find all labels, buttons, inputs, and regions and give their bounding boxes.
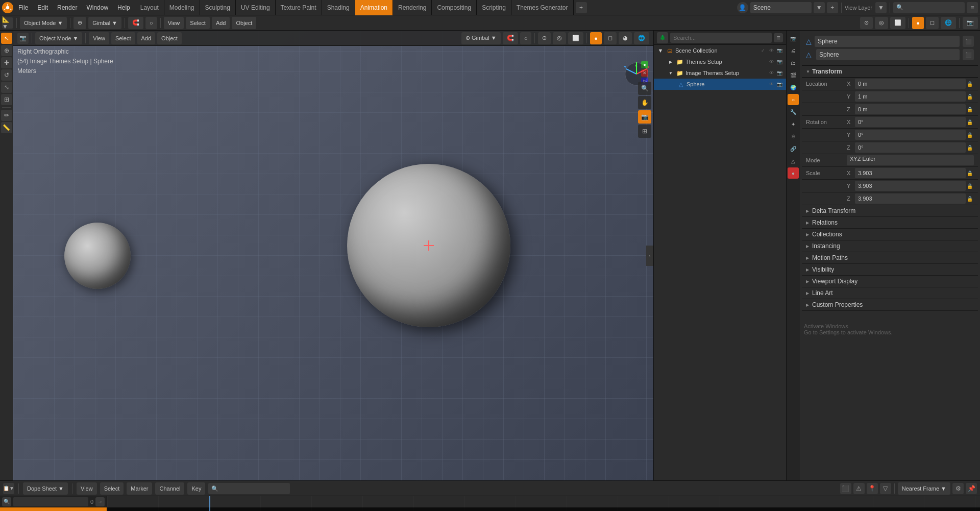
dope-search-icon[interactable]: 🔍 — [2, 497, 11, 506]
viewport-shade-solid[interactable]: ● — [912, 17, 924, 29]
hide-viewport-icon[interactable]: 👁 — [768, 47, 775, 54]
vp-wireframe-btn[interactable]: ◻ — [604, 32, 617, 44]
rotation-z-value[interactable]: 0° — [855, 142, 966, 153]
scene-collection-item[interactable]: ▼ 🗂 Scene Collection ✓ 👁 📷 — [654, 45, 786, 56]
dope-channel-btn[interactable]: Channel — [155, 482, 184, 495]
viewport-shade-rendered[interactable]: 🌐 — [941, 17, 956, 29]
dope-editor-type-btn[interactable]: 📋▼ — [3, 483, 14, 494]
global-orientation-btn[interactable]: ⊕ — [74, 17, 86, 29]
mesh-fake-user-btn[interactable]: ⬛ — [963, 49, 974, 60]
only-selected-btn[interactable]: ⬛ — [840, 483, 851, 494]
transform-pivot-btn[interactable]: Gimbal▼ — [88, 17, 121, 29]
rotation-y-lock[interactable]: 🔒 — [966, 131, 974, 139]
menu-render[interactable]: Render — [53, 2, 81, 14]
vp-proportional-btn[interactable]: ○ — [520, 32, 532, 44]
outliner-search[interactable] — [670, 33, 772, 43]
visibility-header[interactable]: ▶ Visibility — [802, 264, 978, 275]
pan-view-btn[interactable]: ✋ — [638, 96, 651, 109]
dope-settings-btn[interactable]: ⚙ — [952, 483, 964, 494]
scale-z-lock[interactable]: 🔒 — [966, 194, 974, 203]
show-markers-btn[interactable]: 📍 — [867, 483, 878, 494]
add-btn[interactable]: Add — [212, 17, 230, 29]
custom-props-header[interactable]: ▶ Custom Properties — [802, 299, 978, 310]
dope-select-btn[interactable]: Select — [100, 482, 124, 495]
sph-hide-icon[interactable]: 👁 — [768, 81, 775, 88]
line-art-header[interactable]: ▶ Line Art — [802, 287, 978, 299]
transform-section-header[interactable]: ▼ Transform — [802, 66, 978, 78]
location-y-lock[interactable]: 🔒 — [966, 92, 974, 101]
filter-btn[interactable]: ▽ — [880, 483, 891, 494]
scale-y-lock[interactable]: 🔒 — [966, 182, 974, 190]
data-props-btn[interactable]: △ — [788, 155, 799, 166]
zoom-in-btn[interactable]: 🔍 — [638, 82, 651, 95]
grid-view-btn[interactable]: ⊞ — [638, 125, 651, 138]
output-props-btn[interactable]: 🖨 — [788, 45, 799, 56]
vp-render-preview-btn[interactable]: 🌐 — [634, 32, 649, 44]
image-themes-setup-item[interactable]: ▼ 📁 Image Themes Setup 👁 📷 — [654, 67, 786, 79]
dope-marker-btn[interactable]: Marker — [127, 482, 152, 495]
workspace-layout[interactable]: Layout — [135, 0, 164, 15]
vp-xray-toggle[interactable]: ⬜ — [568, 32, 583, 44]
measure-tool[interactable]: 📏 — [1, 122, 12, 133]
rotation-z-lock[interactable]: 🔒 — [966, 143, 974, 152]
move-tool[interactable]: ✚ — [1, 57, 12, 68]
sph-render-icon[interactable]: 📷 — [776, 81, 783, 88]
scale-x-lock[interactable]: 🔒 — [966, 169, 974, 177]
workspace-shading[interactable]: Shading — [322, 0, 355, 15]
workspace-uv-editing[interactable]: UV Editing — [236, 0, 276, 15]
object-props-btn[interactable]: ○ — [788, 94, 799, 105]
scene-props-btn[interactable]: 🎬 — [788, 69, 799, 81]
view-layer-props-btn[interactable]: 🗂 — [788, 57, 799, 68]
gizmo-toggle[interactable]: ⊙ — [860, 17, 873, 29]
vp-overlay-toggle[interactable]: ◎ — [553, 32, 566, 44]
xray-toggle[interactable]: ⬜ — [890, 17, 905, 29]
cursor-tool[interactable]: ⊕ — [1, 45, 12, 56]
dope-view-btn[interactable]: View — [77, 482, 97, 495]
vp-orient-btn[interactable]: ⊕ Gimbal ▼ — [461, 32, 501, 44]
workspace-themes-generator[interactable]: Themes Generator — [511, 0, 574, 15]
object-mode-btn[interactable]: Object Mode ▼ — [20, 17, 67, 29]
world-props-btn[interactable]: 🌍 — [788, 82, 799, 93]
menu-help[interactable]: Help — [113, 2, 134, 14]
particles-props-btn[interactable]: ✦ — [788, 118, 799, 130]
render-props-btn[interactable]: 📷 — [788, 33, 799, 44]
n-panel-toggle[interactable]: ‹ — [646, 246, 653, 266]
scale-x-value[interactable]: 3.903 — [855, 168, 966, 178]
add-workspace-button[interactable]: + — [576, 2, 587, 13]
obj-fake-user-btn[interactable]: ⬛ — [963, 36, 974, 47]
workspace-scripting[interactable]: Scripting — [477, 0, 511, 15]
rotation-y-value[interactable]: 0° — [855, 130, 966, 140]
rotation-x-lock[interactable]: 🔒 — [966, 118, 974, 126]
render-region-btn[interactable]: 📷 — [963, 17, 978, 29]
user-prefs-icon[interactable]: 👤 — [737, 2, 748, 13]
filter-icon[interactable]: ≡ — [967, 2, 978, 13]
vp-select-btn[interactable]: Select — [111, 32, 135, 44]
overlay-toggle[interactable]: ◎ — [875, 17, 888, 29]
viewport-display-header[interactable]: ▶ Viewport Display — [802, 276, 978, 287]
menu-file[interactable]: File — [14, 2, 32, 14]
themes-setup-item[interactable]: ▶ 📁 Themes Setup 👁 📷 — [654, 56, 786, 67]
scale-z-value[interactable]: 3.903 — [855, 193, 966, 204]
vp-snap-btn[interactable]: 🧲 — [503, 32, 518, 44]
physics-props-btn[interactable]: ⚛ — [788, 131, 799, 142]
transform-tool[interactable]: ⊞ — [1, 94, 12, 105]
collections-header[interactable]: ▶ Collections — [802, 229, 978, 240]
object-btn[interactable]: Object — [232, 17, 256, 29]
blender-logo[interactable] — [2, 2, 13, 13]
viewport-shade-wireframe[interactable]: ◻ — [926, 17, 939, 29]
dope-search[interactable] — [208, 483, 290, 494]
exclude-icon[interactable]: ✓ — [760, 47, 767, 54]
constraints-props-btn[interactable]: 🔗 — [788, 143, 799, 154]
relations-header[interactable]: ▶ Relations — [802, 217, 978, 228]
view-btn[interactable]: View — [164, 17, 184, 29]
vp-mat-preview-btn[interactable]: ◕ — [619, 32, 632, 44]
select-btn[interactable]: Select — [186, 17, 210, 29]
dope-arrow-right[interactable]: → — [95, 497, 105, 506]
vp-add-btn[interactable]: Add — [137, 32, 156, 44]
viewport-object-mode-btn[interactable]: Object Mode ▼ — [35, 32, 82, 44]
scale-y-value[interactable]: 3.903 — [855, 181, 966, 191]
vp-view-btn[interactable]: View — [89, 32, 109, 44]
rotation-x-value[interactable]: 0° — [855, 117, 966, 127]
rotation-mode-select[interactable]: XYZ Euler — [847, 155, 974, 165]
vp-gizmo-toggle[interactable]: ⊙ — [538, 32, 551, 44]
